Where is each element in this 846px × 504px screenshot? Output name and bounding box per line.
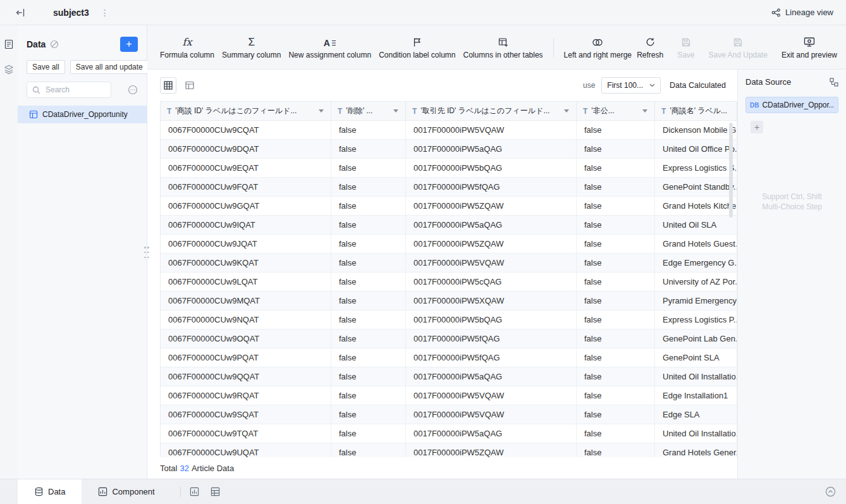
filter-caret-icon[interactable] xyxy=(319,109,324,113)
column-header-1[interactable]: T '削除' ... xyxy=(331,102,406,121)
toolbar-item-condition-label-column[interactable]: Condition label column xyxy=(379,35,455,59)
row-limit-select[interactable]: First 100... xyxy=(601,77,661,94)
toolbar-item-summary-column[interactable]: Σ Summary column xyxy=(222,35,281,59)
toolbar-item-left-right-merge[interactable]: Left and right merge xyxy=(564,35,632,59)
toolbar-item-formula-column[interactable]: fx Formula column xyxy=(160,35,214,59)
table-cell: 0067F00000CUw9TQAT xyxy=(161,424,331,443)
table-header: T '商談 ID' ラベルはこのフィールド... T '削除' ... T xyxy=(161,102,737,121)
table-cell: false xyxy=(577,121,655,140)
table-cell: false xyxy=(331,140,406,159)
chart-panel-icon[interactable] xyxy=(190,487,199,496)
table-cell: 0017F00000iPW5fQAG xyxy=(406,329,577,348)
table-cell: false xyxy=(331,254,406,273)
table-row: 0067F00000CUw9KQAT false 0017F00000iPW5V… xyxy=(161,254,737,273)
column-header-3[interactable]: T '非公... xyxy=(577,102,655,121)
table-cell: 0067F00000CUw9JQAT xyxy=(161,235,331,254)
collapse-up-icon[interactable] xyxy=(825,486,836,497)
search-input[interactable] xyxy=(44,85,101,95)
toolbar-item-new-assignment-column[interactable]: A New assignment column xyxy=(288,35,371,59)
bottom-bar: Data Component xyxy=(0,479,846,504)
table-cell: false xyxy=(331,348,406,367)
table-cell: false xyxy=(331,178,406,197)
tab-data[interactable]: Data xyxy=(18,479,82,504)
table-cell: Dickenson Mobile G... xyxy=(655,121,737,140)
table-row: 0067F00000CUw9CQAT false 0017F00000iPW5V… xyxy=(161,121,737,140)
search-box[interactable] xyxy=(27,82,111,98)
table-view-button[interactable] xyxy=(181,77,198,94)
column-header-0[interactable]: T '商談 ID' ラベルはこのフィールド... xyxy=(161,102,331,121)
table-cell: 0067F00000CUw9SQAT xyxy=(161,405,331,424)
filter-caret-icon[interactable] xyxy=(393,109,398,113)
refresh-icon xyxy=(645,35,656,47)
table-row: 0067F00000CUw9JQAT false 0017F00000iPW5Z… xyxy=(161,235,737,254)
content-row: use First 100... Data Calculated T '商談 I… xyxy=(147,70,846,479)
dataset-list-icon[interactable] xyxy=(4,39,14,49)
table-cell: Express Logistics S... xyxy=(655,159,737,178)
table-cell: 0067F00000CUw9CQAT xyxy=(161,121,331,140)
toolbar: fx Formula column Σ Summary column A New… xyxy=(147,25,846,70)
table-cell: GenePoint Standby... xyxy=(655,178,737,197)
scrollbar-thumb[interactable] xyxy=(729,123,733,218)
add-dataset-button[interactable]: + xyxy=(120,37,138,52)
page-title: subject3 xyxy=(53,8,89,18)
grid-view-button[interactable] xyxy=(160,77,176,94)
table-cell: Edge Emergency G... xyxy=(655,254,737,273)
kebab-menu-icon[interactable]: ⋮ xyxy=(101,8,109,18)
collapse-panel-icon[interactable] xyxy=(15,8,25,18)
panel-resize-handle[interactable] xyxy=(144,247,151,258)
main-column: fx Formula column Σ Summary column A New… xyxy=(147,25,846,479)
table-cell: 0067F00000CUw9LQAT xyxy=(161,273,331,292)
exit-and-preview-button[interactable]: Exit and preview xyxy=(782,35,837,59)
preview-icon xyxy=(804,35,815,47)
topbar: subject3 ⋮ Lineage view xyxy=(0,0,846,25)
data-source-node[interactable]: DB CDataDriver_Oppor... xyxy=(745,97,838,113)
toolbar-left-group: fx Formula column Σ Summary column A New… xyxy=(147,35,632,59)
save-all-and-update-button[interactable]: Save all and update xyxy=(70,60,149,74)
column-header-2[interactable]: T '取引先 ID' ラベルはこのフィールド... xyxy=(406,102,577,121)
table-panel-icon[interactable] xyxy=(211,487,220,496)
table-row: 0067F00000CUw9DQAT false 0017F00000iPW5a… xyxy=(161,140,737,159)
column-header-4[interactable]: T '商談名' ラベル... xyxy=(655,102,737,121)
table-cell: false xyxy=(577,178,655,197)
more-options-icon[interactable] xyxy=(128,85,138,95)
table-row: 0067F00000CUw9FQAT false 0017F00000iPW5f… xyxy=(161,178,737,197)
total-row: Total 32 Article Data xyxy=(160,457,737,479)
circle-slash-icon[interactable] xyxy=(50,40,59,49)
dataset-item-selected[interactable]: CDataDriver_Opportunity xyxy=(18,106,147,123)
flow-layout-icon[interactable] xyxy=(830,78,838,87)
search-icon xyxy=(32,86,40,94)
table-cell: false xyxy=(577,443,655,457)
filter-caret-icon[interactable] xyxy=(564,109,569,113)
table-row: 0067F00000CUw9NQAT false 0017F00000iPW5b… xyxy=(161,310,737,329)
tab-component[interactable]: Component xyxy=(82,479,171,504)
table-cell: 0017F00000iPW5VQAW xyxy=(406,254,577,273)
table-cell: Grand Hotels Kitche... xyxy=(655,197,737,216)
table-row: 0067F00000CUw9MQAT false 0017F00000iPW5X… xyxy=(161,292,737,310)
add-step-button[interactable]: + xyxy=(751,121,763,133)
table-cell: United Oil Installatio... xyxy=(655,367,737,386)
table-row: 0067F00000CUw9QQAT false 0017F00000iPW5a… xyxy=(161,367,737,386)
table-cell: Express Logistics P... xyxy=(655,310,737,329)
toolbar-item-columns-in-other-tables[interactable]: Columns in other tables xyxy=(463,35,543,59)
table-row: 0067F00000CUw9GQAT false 0017F00000iPW5Z… xyxy=(161,197,737,216)
table-cell: 0017F00000iPW5ZQAW xyxy=(406,443,577,457)
table-cell: false xyxy=(331,310,406,329)
tab-component-label: Component xyxy=(112,487,154,496)
table-cell: 0017F00000iPW5aQAG xyxy=(406,367,577,386)
table-cell: 0017F00000iPW5VQAW xyxy=(406,405,577,424)
table-row: 0067F00000CUw9OQAT false 0017F00000iPW5f… xyxy=(161,329,737,348)
chevron-down-icon xyxy=(649,83,655,87)
save-update-icon xyxy=(733,35,743,47)
lineage-view-button[interactable]: Lineage view xyxy=(771,8,833,17)
app-root: subject3 ⋮ Lineage view Data + xyxy=(0,0,846,504)
search-row xyxy=(27,82,138,98)
table-cell: Edge SLA xyxy=(655,405,737,424)
save-all-button[interactable]: Save all xyxy=(27,60,65,74)
toolbar-separator xyxy=(553,38,554,57)
filter-caret-icon[interactable] xyxy=(642,109,647,113)
table-cell: University of AZ Por... xyxy=(655,273,737,292)
table-cell: 0067F00000CUw9OQAT xyxy=(161,329,331,348)
layers-icon[interactable] xyxy=(4,65,14,75)
refresh-button[interactable]: Refresh xyxy=(637,35,663,59)
table-cell: false xyxy=(331,159,406,178)
